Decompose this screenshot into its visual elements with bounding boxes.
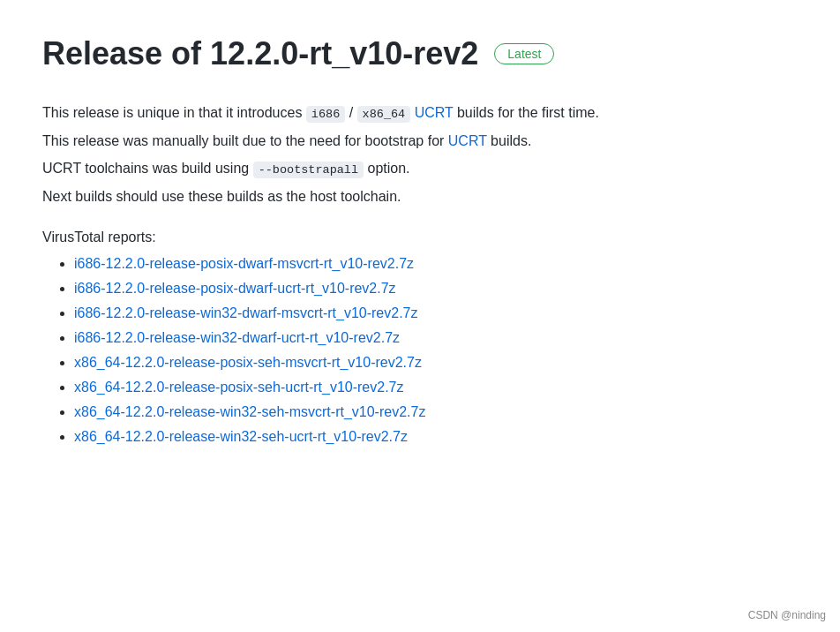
watermark: CSDN @ninding [748, 609, 826, 621]
list-item: x86_64-12.2.0-release-posix-seh-msvcrt-r… [74, 355, 798, 371]
desc-line1-text1: This release is unique in that it introd… [42, 105, 306, 120]
latest-badge: Latest [494, 43, 554, 64]
desc-line4: Next builds should use these builds as t… [42, 184, 798, 208]
virustotal-label: VirusTotal reports: [42, 229, 798, 245]
file-link-3[interactable]: i686-12.2.0-release-win32-dwarf-ucrt-rt_… [74, 330, 400, 345]
desc-line1-after: builds for the first time. [454, 105, 599, 120]
code-x86-64: x86_64 [357, 106, 411, 123]
desc-line3: UCRT toolchains was build using --bootst… [42, 156, 798, 181]
list-item: i686-12.2.0-release-win32-dwarf-msvcrt-r… [74, 305, 798, 321]
code-bootstrapall: --bootstrapall [253, 162, 364, 178]
file-link-1[interactable]: i686-12.2.0-release-posix-dwarf-ucrt-rt_… [74, 281, 396, 296]
list-item: i686-12.2.0-release-posix-dwarf-ucrt-rt_… [74, 281, 798, 297]
file-link-2[interactable]: i686-12.2.0-release-win32-dwarf-msvcrt-r… [74, 305, 417, 320]
desc-line3-text1: UCRT toolchains was build using [42, 161, 253, 176]
file-link-4[interactable]: x86_64-12.2.0-release-posix-seh-msvcrt-r… [74, 355, 422, 370]
desc-line2: This release was manually built due to t… [42, 129, 798, 153]
page-header: Release of 12.2.0-rt_v10-rev2 Latest [42, 35, 798, 72]
description-section: This release is unique in that it introd… [42, 101, 798, 208]
file-link-7[interactable]: x86_64-12.2.0-release-win32-seh-ucrt-rt_… [74, 429, 408, 444]
desc-separator: / [345, 105, 356, 120]
list-item: x86_64-12.2.0-release-win32-seh-msvcrt-r… [74, 404, 798, 420]
list-item: x86_64-12.2.0-release-win32-seh-ucrt-rt_… [74, 429, 798, 445]
file-list: i686-12.2.0-release-posix-dwarf-msvcrt-r… [42, 256, 798, 445]
file-link-5[interactable]: x86_64-12.2.0-release-posix-seh-ucrt-rt_… [74, 380, 404, 395]
list-item: i686-12.2.0-release-win32-dwarf-ucrt-rt_… [74, 330, 798, 346]
desc-line2-after: builds. [487, 133, 532, 148]
ucrt-link-2[interactable]: UCRT [448, 133, 487, 148]
list-item: x86_64-12.2.0-release-posix-seh-ucrt-rt_… [74, 380, 798, 395]
desc-line3-after: option. [364, 161, 409, 176]
file-link-6[interactable]: x86_64-12.2.0-release-win32-seh-msvcrt-r… [74, 404, 425, 419]
desc-line1: This release is unique in that it introd… [42, 101, 798, 125]
file-link-0[interactable]: i686-12.2.0-release-posix-dwarf-msvcrt-r… [74, 256, 414, 271]
ucrt-link-1[interactable]: UCRT [415, 105, 454, 120]
code-i686: i686 [306, 106, 345, 123]
desc-line2-text: This release was manually built due to t… [42, 133, 448, 148]
page-title: Release of 12.2.0-rt_v10-rev2 [42, 35, 478, 72]
list-item: i686-12.2.0-release-posix-dwarf-msvcrt-r… [74, 256, 798, 272]
